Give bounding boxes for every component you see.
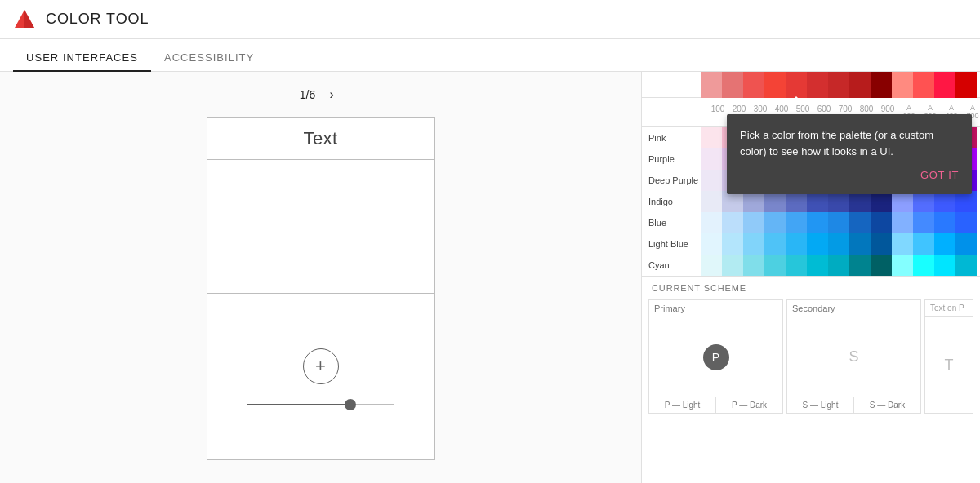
lightblue-500[interactable] xyxy=(786,233,807,255)
selected-cell-a400[interactable] xyxy=(934,72,956,98)
blue-200[interactable] xyxy=(722,212,743,233)
cyan-400[interactable] xyxy=(764,255,786,276)
lightblue-400[interactable] xyxy=(764,233,786,255)
color-label-cyan: Cyan xyxy=(642,255,701,276)
cyan-a200[interactable] xyxy=(913,255,934,276)
selected-cell-700[interactable] xyxy=(828,72,849,98)
logo-container: COLOR TOOL xyxy=(13,8,149,31)
selected-cell-600[interactable] xyxy=(807,72,828,98)
lightblue-600[interactable] xyxy=(807,233,828,255)
lightblue-800[interactable] xyxy=(849,233,871,255)
cyan-600[interactable] xyxy=(807,255,828,276)
blue-a700[interactable] xyxy=(956,212,977,233)
blue-800[interactable] xyxy=(849,212,871,233)
blue-600[interactable] xyxy=(807,212,828,233)
blue-400[interactable] xyxy=(764,212,786,233)
lightblue-900[interactable] xyxy=(871,233,892,255)
cyan-a100[interactable] xyxy=(892,255,913,276)
scheme-primary-body: P xyxy=(649,317,782,397)
selected-cell-800[interactable] xyxy=(849,72,871,98)
blue-500[interactable] xyxy=(786,212,807,233)
phone-mockup: Text + xyxy=(207,117,435,460)
col-header-100: 100 xyxy=(707,104,728,121)
cyan-a400[interactable] xyxy=(934,255,956,276)
color-label-indigo: Indigo xyxy=(642,191,701,212)
blue-300[interactable] xyxy=(743,212,764,233)
lightblue-a100[interactable] xyxy=(892,233,913,255)
color-label-light-blue: Light Blue xyxy=(642,233,701,255)
svg-marker-1 xyxy=(24,10,34,28)
deeppurple-100[interactable] xyxy=(701,170,722,191)
cyan-700[interactable] xyxy=(828,255,849,276)
selected-cell-400[interactable] xyxy=(764,72,786,98)
selected-color-row xyxy=(642,72,980,98)
cyan-300[interactable] xyxy=(743,255,764,276)
lightblue-a200[interactable] xyxy=(913,233,934,255)
color-row-light-blue: Light Blue xyxy=(642,233,980,255)
tooltip-message: Pick a color from the palette (or a cust… xyxy=(740,127,959,159)
cyan-800[interactable] xyxy=(849,255,871,276)
fab-plus-icon: + xyxy=(315,357,326,375)
p-dark-label[interactable]: P — Dark xyxy=(716,397,782,413)
pink-100[interactable] xyxy=(701,127,722,148)
color-cells-cyan xyxy=(701,255,980,276)
selected-cell-a200[interactable] xyxy=(913,72,934,98)
phone-text-label: Text xyxy=(303,128,337,149)
blue-a400[interactable] xyxy=(934,212,956,233)
pagination: 1/6 › xyxy=(300,85,341,104)
s-dark-label[interactable]: S — Dark xyxy=(854,397,920,413)
selected-cell-100[interactable] xyxy=(701,72,722,98)
slider-thumb[interactable] xyxy=(345,399,356,410)
lightblue-100[interactable] xyxy=(701,233,722,255)
lightblue-300[interactable] xyxy=(743,233,764,255)
cyan-900[interactable] xyxy=(871,255,892,276)
selected-cell-500[interactable] xyxy=(786,72,807,98)
current-scheme-title: CURRENT SCHEME xyxy=(648,283,973,293)
slider[interactable] xyxy=(247,404,394,405)
p-light-label[interactable]: P — Light xyxy=(649,397,716,413)
cyan-a700[interactable] xyxy=(956,255,977,276)
blue-a100[interactable] xyxy=(892,212,913,233)
selected-cell-900[interactable] xyxy=(871,72,892,98)
tab-user-interfaces[interactable]: USER INTERFACES xyxy=(13,45,151,72)
color-row-cyan: Cyan xyxy=(642,255,980,276)
tooltip-popup: Pick a color from the palette (or a cust… xyxy=(727,114,972,194)
s-light-label[interactable]: S — Light xyxy=(787,397,854,413)
phone-section-b: + xyxy=(207,294,434,459)
fab-button[interactable]: + xyxy=(303,348,339,384)
color-label-pink: Pink xyxy=(642,127,701,148)
phone-section-a xyxy=(207,160,434,294)
phone-top-bar: Text xyxy=(207,118,434,160)
lightblue-a700[interactable] xyxy=(956,233,977,255)
selected-cell-300[interactable] xyxy=(743,72,764,98)
current-scheme-section: CURRENT SCHEME Primary P P — Light P — D… xyxy=(642,276,980,420)
indigo-100[interactable] xyxy=(701,191,722,212)
selected-cell-a100[interactable] xyxy=(892,72,913,98)
lightblue-a400[interactable] xyxy=(934,233,956,255)
cyan-200[interactable] xyxy=(722,255,743,276)
color-row-blue: Blue xyxy=(642,212,980,233)
logo-icon xyxy=(13,8,36,31)
selected-cell-a700[interactable] xyxy=(956,72,977,98)
lightblue-700[interactable] xyxy=(828,233,849,255)
blue-a200[interactable] xyxy=(913,212,934,233)
blue-900[interactable] xyxy=(871,212,892,233)
scheme-secondary-body: S xyxy=(787,317,920,397)
header: COLOR TOOL xyxy=(0,0,980,39)
cyan-500[interactable] xyxy=(786,255,807,276)
pagination-next-arrow[interactable]: › xyxy=(322,85,341,104)
blue-100[interactable] xyxy=(701,212,722,233)
scheme-card-primary: Primary P P — Light P — Dark xyxy=(648,299,783,414)
tooltip-got-it-button[interactable]: GOT IT xyxy=(740,169,959,181)
purple-100[interactable] xyxy=(701,148,722,170)
cyan-100[interactable] xyxy=(701,255,722,276)
tab-accessibility[interactable]: ACCESSIBILITY xyxy=(151,45,267,72)
blue-700[interactable] xyxy=(828,212,849,233)
lightblue-200[interactable] xyxy=(722,233,743,255)
scheme-secondary-footer: S — Light S — Dark xyxy=(787,397,920,413)
text-on-primary-label: Text on P xyxy=(925,300,973,317)
slider-fill xyxy=(247,404,350,405)
selected-cell-200[interactable] xyxy=(722,72,743,98)
slider-track xyxy=(247,404,394,405)
scheme-secondary-letter: S xyxy=(849,348,858,366)
